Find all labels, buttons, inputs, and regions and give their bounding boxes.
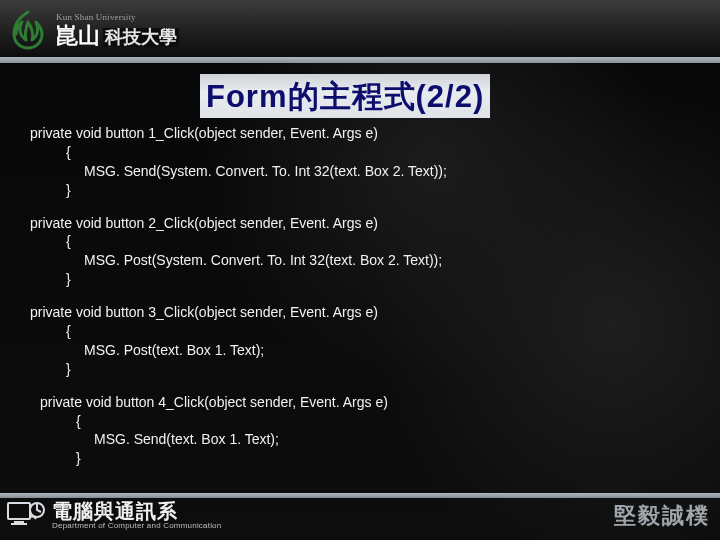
- method-signature: private void button 2_Click(object sende…: [30, 214, 720, 233]
- department-name-en: Department of Computer and Communication: [52, 522, 221, 530]
- brace-open: {: [30, 143, 720, 162]
- method-signature: private void button 4_Click(object sende…: [40, 393, 720, 412]
- university-name-cn-rest: 科技大學: [103, 28, 179, 47]
- svg-rect-1: [14, 521, 24, 523]
- code-block-2: private void button 2_Click(object sende…: [30, 214, 720, 290]
- svg-rect-2: [11, 523, 27, 525]
- department-block: 電腦與通訊系 Department of Computer and Commun…: [6, 497, 221, 535]
- slide-title: Form的主程式(2/2): [200, 74, 490, 118]
- code-block-1: private void button 1_Click(object sende…: [30, 124, 720, 200]
- brace-open: {: [30, 322, 720, 341]
- brace-close: }: [40, 449, 720, 468]
- university-name-en: Kun Shan University: [56, 13, 179, 22]
- statement: MSG. Post(System. Convert. To. Int 32(te…: [30, 251, 720, 270]
- statement: MSG. Send(System. Convert. To. Int 32(te…: [30, 162, 720, 181]
- header: Kun Shan University 崑山 科技大學: [0, 0, 720, 62]
- brace-close: }: [30, 360, 720, 379]
- code-area: private void button 1_Click(object sende…: [0, 124, 720, 468]
- university-logo-icon: [6, 8, 50, 52]
- department-logo-icon: [6, 497, 46, 535]
- university-name-cn-bold: 崑山: [56, 24, 100, 47]
- brace-close: }: [30, 270, 720, 289]
- header-divider: [0, 57, 720, 63]
- method-signature: private void button 1_Click(object sende…: [30, 124, 720, 143]
- brace-open: {: [40, 412, 720, 431]
- brace-close: }: [30, 181, 720, 200]
- statement: MSG. Send(text. Box 1. Text);: [40, 430, 720, 449]
- code-block-4: private void button 4_Click(object sende…: [30, 393, 720, 469]
- footer: 電腦與通訊系 Department of Computer and Commun…: [0, 494, 720, 540]
- university-logo-text: Kun Shan University 崑山 科技大學: [56, 13, 179, 47]
- university-logo-block: Kun Shan University 崑山 科技大學: [6, 8, 179, 52]
- statement: MSG. Post(text. Box 1. Text);: [30, 341, 720, 360]
- brace-open: {: [30, 232, 720, 251]
- svg-rect-0: [8, 503, 30, 519]
- code-block-3: private void button 3_Click(object sende…: [30, 303, 720, 379]
- motto: 堅毅誠樸: [614, 501, 710, 531]
- method-signature: private void button 3_Click(object sende…: [30, 303, 720, 322]
- department-name-cn: 電腦與通訊系: [52, 501, 221, 522]
